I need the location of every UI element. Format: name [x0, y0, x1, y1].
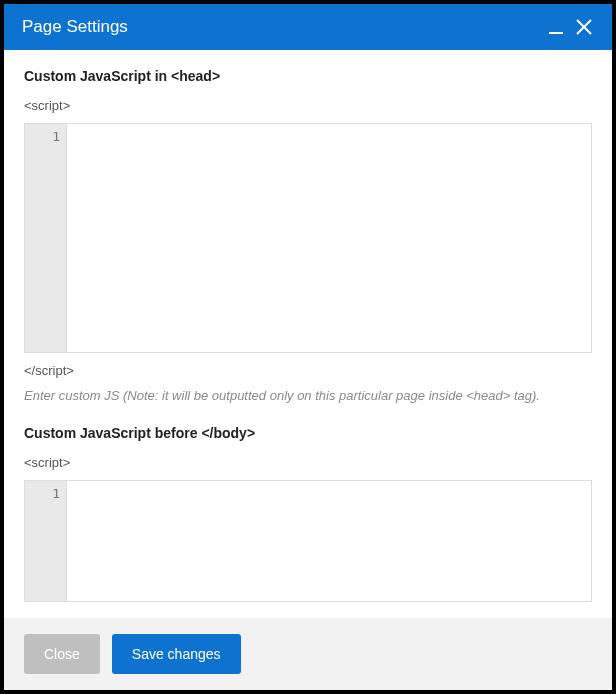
head-js-help: Enter custom JS (Note: it will be output…	[24, 388, 592, 403]
dialog-footer: Close Save changes	[4, 618, 612, 690]
head-js-editor[interactable]: 1	[24, 123, 592, 353]
head-js-close-tag: </script>	[24, 363, 592, 378]
minimize-button[interactable]	[542, 13, 570, 41]
body-js-editor[interactable]: 1	[24, 480, 592, 602]
body-js-textarea[interactable]	[67, 481, 591, 601]
settings-content[interactable]: Custom JavaScript in <head> <script> 1 <…	[4, 50, 612, 618]
titlebar: Page Settings	[4, 4, 612, 50]
save-changes-button[interactable]: Save changes	[112, 634, 241, 674]
line-number: 1	[25, 485, 60, 503]
close-icon	[574, 17, 594, 37]
body-js-gutter: 1	[25, 481, 67, 601]
head-js-gutter: 1	[25, 124, 67, 352]
body-js-open-tag: <script>	[24, 455, 592, 470]
minimize-icon	[547, 18, 565, 36]
line-number: 1	[25, 128, 60, 146]
head-js-heading: Custom JavaScript in <head>	[24, 68, 592, 84]
window-title: Page Settings	[22, 17, 542, 37]
head-js-textarea[interactable]	[67, 124, 591, 352]
close-button[interactable]: Close	[24, 634, 100, 674]
body-js-heading: Custom JavaScript before </body>	[24, 425, 592, 441]
head-js-open-tag: <script>	[24, 98, 592, 113]
close-window-button[interactable]	[570, 13, 598, 41]
